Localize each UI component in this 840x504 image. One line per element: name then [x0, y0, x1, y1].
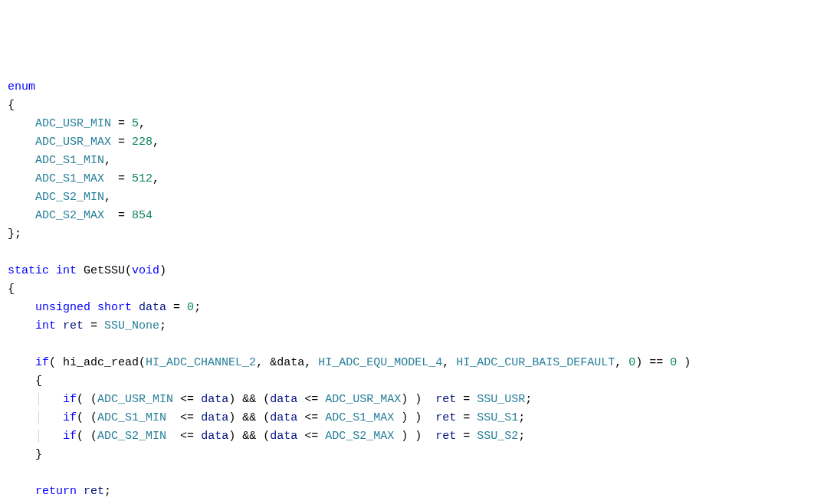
enum-id: ADC_USR_MIN: [35, 117, 111, 130]
enum-id: ADC_S2_MIN: [35, 191, 104, 204]
brace-close: };: [8, 227, 21, 241]
keyword-if: if: [63, 393, 77, 406]
op-eq: =: [456, 430, 477, 443]
op-and: &&: [235, 430, 263, 443]
keyword-void: void: [132, 264, 159, 277]
comma: ,: [139, 117, 146, 130]
keyword-if: if: [63, 430, 77, 443]
op-le: <=: [297, 411, 325, 424]
const-hi-bais: HI_ADC_CUR_BAIS_DEFAULT: [456, 356, 615, 369]
indent-guide: │: [35, 430, 42, 443]
enum-val: 5: [132, 117, 139, 130]
semicolon: ;: [194, 301, 201, 314]
brace-open: {: [8, 99, 15, 112]
semicolon: ;: [525, 393, 532, 406]
var-data: data: [270, 411, 297, 424]
op-eq: =: [84, 319, 104, 332]
const-s1-max: ADC_S1_MAX: [325, 411, 394, 424]
const-usr-min: ADC_USR_MIN: [97, 393, 173, 406]
enum-id: ADC_S1_MAX: [35, 172, 104, 185]
indent-guide: │: [35, 393, 42, 406]
var-data: data: [201, 411, 228, 424]
const-hi-chan: HI_ADC_CHANNEL_2: [146, 356, 256, 369]
enum-id: ADC_S2_MAX: [35, 209, 104, 222]
paren-open: (: [125, 264, 132, 277]
keyword-enum: enum: [8, 80, 35, 93]
const-usr-max: ADC_USR_MAX: [325, 393, 401, 406]
function-name: GetSSU: [84, 264, 125, 277]
indent-guide: │: [35, 411, 42, 424]
code-block: enum { ADC_USR_MIN = 5, ADC_USR_MAX = 22…: [8, 78, 832, 504]
var-ret: ret: [84, 485, 104, 498]
const-ssu-usr: SSU_USR: [477, 393, 525, 406]
var-ret: ret: [435, 393, 456, 406]
enum-val: 228: [132, 136, 153, 149]
op-le: <=: [297, 393, 325, 406]
op-eq: =: [111, 136, 132, 149]
comma: ,: [104, 154, 111, 167]
op-eq: =: [456, 393, 477, 406]
semicolon: ;: [104, 485, 111, 498]
var-data: data: [139, 301, 166, 314]
keyword-int: int: [35, 319, 56, 332]
const-s2-max: ADC_S2_MAX: [325, 430, 394, 443]
var-ret: ret: [435, 430, 456, 443]
var-data: data: [201, 393, 228, 406]
comma: ,: [153, 172, 159, 185]
keyword-short: short: [97, 301, 132, 314]
op-eq: =: [166, 301, 187, 314]
comma: ,: [153, 136, 159, 149]
const-ssu-s2: SSU_S2: [477, 430, 518, 443]
op-eq: =: [111, 117, 132, 130]
fn-hi-adc-read: hi_adc_read: [63, 356, 139, 369]
const-hi-equ: HI_ADC_EQU_MODEL_4: [318, 356, 442, 369]
brace-open: {: [8, 283, 15, 296]
var-ret: ret: [63, 319, 84, 332]
const-ssu-s1: SSU_S1: [477, 411, 518, 424]
brace-open: {: [35, 375, 42, 388]
enum-val: 854: [132, 209, 153, 222]
var-ret: ret: [435, 411, 456, 424]
var-data: data: [270, 393, 297, 406]
amp-data: &data: [270, 356, 304, 369]
enum-id: ADC_USR_MAX: [35, 136, 111, 149]
const-s1-min: ADC_S1_MIN: [97, 411, 166, 424]
keyword-int: int: [56, 264, 77, 277]
op-and: &&: [235, 393, 263, 406]
op-le: <=: [297, 430, 325, 443]
comma: ,: [104, 191, 111, 204]
op-eq: =: [104, 209, 132, 222]
const-s2-min: ADC_S2_MIN: [97, 430, 166, 443]
keyword-if: if: [63, 411, 77, 424]
var-data: data: [201, 430, 228, 443]
var-data: data: [270, 430, 297, 443]
paren-close: ): [159, 264, 166, 277]
op-le: <=: [173, 430, 201, 443]
semicolon: ;: [518, 430, 525, 443]
op-eqeq: ==: [642, 356, 670, 369]
brace-close: }: [35, 448, 42, 461]
op-le: <=: [173, 393, 201, 406]
keyword-if: if: [35, 356, 49, 369]
op-and: &&: [235, 411, 263, 424]
num-zero: 0: [628, 356, 635, 369]
keyword-unsigned: unsigned: [35, 301, 90, 314]
num-zero: 0: [187, 301, 194, 314]
enum-id: ADC_S1_MIN: [35, 154, 104, 167]
enum-val: 512: [132, 172, 153, 185]
semicolon: ;: [159, 319, 166, 332]
keyword-static: static: [8, 264, 49, 277]
num-zero: 0: [670, 356, 677, 369]
keyword-return: return: [35, 485, 77, 498]
const-ssu-none: SSU_None: [104, 319, 159, 332]
semicolon: ;: [518, 411, 525, 424]
op-eq: =: [104, 172, 132, 185]
op-le: <=: [173, 411, 201, 424]
op-eq: =: [456, 411, 477, 424]
